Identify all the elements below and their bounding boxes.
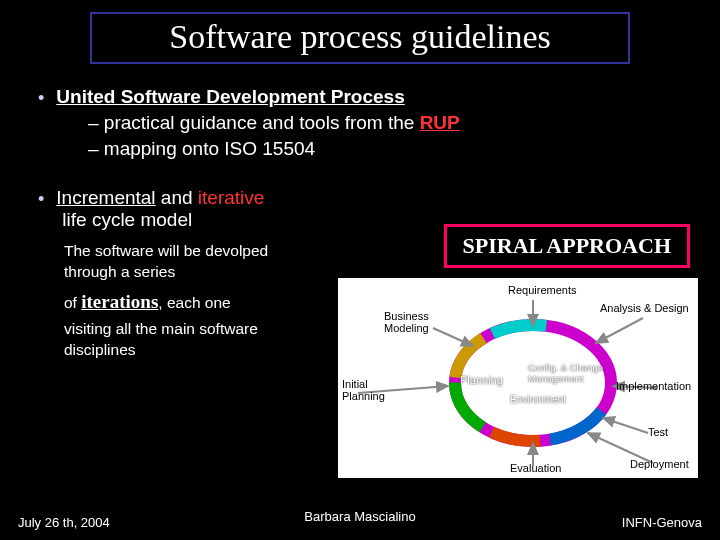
bullet2-body: Incremental and iterative life cycle mod… <box>56 187 264 231</box>
diagram-label-biz: Business Modeling <box>384 310 444 334</box>
bullet-icon: • <box>38 187 44 211</box>
bullet-usdp: • United Software Development Process <box>38 86 692 110</box>
title-box: Software process guidelines <box>90 12 630 64</box>
diagram-label-test: Test <box>648 426 668 438</box>
spiral-label: SPIRAL APPROACH <box>463 233 671 258</box>
spiral-approach-box: SPIRAL APPROACH <box>444 224 690 268</box>
sub-bullet-1: – practical guidance and tools from the … <box>88 110 692 136</box>
sub2-text: – mapping onto ISO 15504 <box>88 138 315 159</box>
footer-date: July 26 th, 2004 <box>18 515 110 530</box>
desc-line3: visiting all the main software disciplin… <box>64 319 324 361</box>
svg-line-11 <box>603 418 648 433</box>
and-text: and <box>156 187 198 208</box>
iterative-text: iterative <box>198 187 265 208</box>
diagram-label-dep: Deployment <box>630 458 689 470</box>
incremental-text: Incremental <box>56 187 155 208</box>
diagram-label-eval: Evaluation <box>510 462 561 474</box>
svg-line-9 <box>596 318 643 343</box>
footer-org: INFN-Genova <box>622 515 702 530</box>
diagram-label-plan: Planning <box>460 374 503 386</box>
bullet-icon: • <box>38 86 44 110</box>
rup-text: RUP <box>420 112 460 133</box>
rup-diagram: Requirements Business Modeling Analysis … <box>338 278 698 478</box>
iterations-text: iterations <box>81 291 158 312</box>
desc-tail: , each one <box>158 294 230 311</box>
bullet-incremental: • Incremental and iterative life cycle m… <box>38 187 378 231</box>
footer-author: Barbara Mascialino <box>304 509 415 524</box>
description: The software will be devolped through a … <box>64 241 324 360</box>
diagram-label-impl: Implementation <box>616 380 691 392</box>
usdp-label: United Software Development Process <box>56 86 404 108</box>
diagram-label-init: Initial Planning <box>342 378 390 402</box>
desc-line1: The software will be devolped through a … <box>64 241 324 283</box>
diagram-label-ad: Analysis & Design <box>600 302 689 314</box>
desc-line2: of iterations, each one <box>64 289 324 315</box>
sub-bullet-2: – mapping onto ISO 15504 <box>88 136 692 162</box>
sub1-text: – practical guidance and tools from the <box>88 112 420 133</box>
bullet2-line2: life cycle model <box>62 209 264 231</box>
diagram-label-req: Requirements <box>508 284 576 296</box>
desc-of: of <box>64 294 81 311</box>
diagram-label-conf: Config. & Change Management <box>528 362 618 384</box>
diagram-label-env: Environment <box>510 394 566 405</box>
slide-title: Software process guidelines <box>169 18 550 55</box>
